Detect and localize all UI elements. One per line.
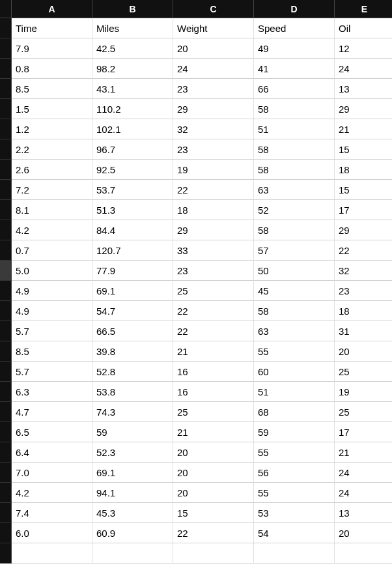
row-header[interactable] (0, 119, 12, 139)
row-header[interactable] (0, 463, 12, 483)
cell[interactable]: 39.8 (92, 341, 173, 362)
cell[interactable]: 45.3 (92, 503, 173, 523)
cell[interactable]: 94.1 (92, 483, 173, 503)
cell[interactable]: 51 (254, 119, 335, 139)
row-header[interactable] (0, 160, 12, 180)
cell[interactable]: 19 (335, 382, 392, 402)
cell[interactable]: 45 (254, 281, 335, 301)
row-header[interactable] (0, 523, 12, 543)
cell[interactable]: 6.5 (12, 422, 92, 442)
row-header[interactable] (0, 281, 12, 301)
cell[interactable]: 21 (335, 442, 392, 463)
cell[interactable]: 6.0 (12, 523, 92, 543)
cell[interactable]: 52.8 (92, 362, 173, 382)
cell-header[interactable]: Weight (173, 18, 254, 38)
cell[interactable]: 5.0 (12, 261, 92, 281)
cell[interactable]: 0.7 (12, 240, 92, 261)
row-header[interactable] (0, 402, 12, 422)
cell[interactable]: 102.1 (92, 119, 173, 139)
cell[interactable]: 15 (335, 139, 392, 160)
cell[interactable]: 23 (173, 139, 254, 160)
cell[interactable]: 16 (173, 362, 254, 382)
cell[interactable]: 24 (335, 463, 392, 483)
cell[interactable]: 2.6 (12, 160, 92, 180)
cell[interactable]: 54.7 (92, 301, 173, 321)
cell[interactable]: 21 (173, 341, 254, 362)
cell[interactable]: 60.9 (92, 523, 173, 543)
row-header[interactable] (0, 220, 12, 240)
cell[interactable]: 60 (254, 362, 335, 382)
cell[interactable]: 59 (254, 422, 335, 442)
cell[interactable]: 5.7 (12, 362, 92, 382)
cell[interactable]: 23 (335, 281, 392, 301)
cell[interactable]: 21 (173, 422, 254, 442)
cell[interactable]: 98.2 (92, 59, 173, 79)
cell[interactable]: 92.5 (92, 160, 173, 180)
cell[interactable]: 4.7 (12, 402, 92, 422)
cell[interactable]: 55 (254, 341, 335, 362)
row-header[interactable] (0, 543, 12, 564)
row-header[interactable] (0, 261, 12, 281)
cell-empty[interactable] (173, 543, 254, 564)
cell[interactable]: 52 (254, 200, 335, 220)
cell[interactable]: 21 (335, 119, 392, 139)
cell-header[interactable]: Time (12, 18, 92, 38)
cell[interactable]: 8.5 (12, 341, 92, 362)
cell[interactable]: 63 (254, 321, 335, 341)
cell[interactable]: 41 (254, 59, 335, 79)
cell[interactable]: 69.1 (92, 281, 173, 301)
cell[interactable]: 6.3 (12, 382, 92, 402)
cell[interactable]: 13 (335, 79, 392, 99)
cell[interactable]: 4.9 (12, 301, 92, 321)
cell-header[interactable]: Speed (254, 18, 335, 38)
row-header[interactable] (0, 503, 12, 523)
cell[interactable]: 110.2 (92, 99, 173, 119)
row-header[interactable] (0, 180, 12, 200)
cell[interactable]: 24 (335, 59, 392, 79)
cell-empty[interactable] (335, 543, 392, 564)
cell[interactable]: 77.9 (92, 261, 173, 281)
cell[interactable]: 53.8 (92, 382, 173, 402)
cell[interactable]: 13 (335, 503, 392, 523)
cell[interactable]: 0.8 (12, 59, 92, 79)
cell[interactable]: 16 (173, 382, 254, 402)
cell[interactable]: 55 (254, 442, 335, 463)
cell[interactable]: 22 (173, 301, 254, 321)
cell[interactable]: 7.0 (12, 463, 92, 483)
row-header[interactable] (0, 362, 12, 382)
cell[interactable]: 7.2 (12, 180, 92, 200)
cell[interactable]: 22 (173, 321, 254, 341)
cell[interactable]: 96.7 (92, 139, 173, 160)
row-header[interactable] (0, 341, 12, 362)
cell[interactable]: 4.9 (12, 281, 92, 301)
cell[interactable]: 7.9 (12, 38, 92, 59)
cell[interactable]: 2.2 (12, 139, 92, 160)
cell[interactable]: 29 (173, 99, 254, 119)
cell[interactable]: 15 (173, 503, 254, 523)
cell[interactable]: 120.7 (92, 240, 173, 261)
cell[interactable]: 20 (173, 483, 254, 503)
row-header[interactable] (0, 79, 12, 99)
cell[interactable]: 63 (254, 180, 335, 200)
cell[interactable]: 18 (335, 160, 392, 180)
cell-empty[interactable] (92, 543, 173, 564)
spreadsheet-grid[interactable]: ABCDETimeMilesWeightSpeedOil7.942.520491… (0, 0, 392, 564)
cell[interactable]: 57 (254, 240, 335, 261)
column-header-b[interactable]: B (92, 0, 173, 18)
cell[interactable]: 42.5 (92, 38, 173, 59)
cell[interactable]: 29 (335, 220, 392, 240)
row-header[interactable] (0, 422, 12, 442)
cell[interactable]: 12 (335, 38, 392, 59)
cell[interactable]: 51.3 (92, 200, 173, 220)
cell[interactable]: 33 (173, 240, 254, 261)
cell[interactable]: 58 (254, 301, 335, 321)
cell[interactable]: 32 (173, 119, 254, 139)
cell[interactable]: 53 (254, 503, 335, 523)
cell[interactable]: 32 (335, 261, 392, 281)
cell[interactable]: 50 (254, 261, 335, 281)
cell[interactable]: 8.5 (12, 79, 92, 99)
column-header-a[interactable]: A (12, 0, 92, 18)
cell[interactable]: 58 (254, 99, 335, 119)
cell[interactable]: 58 (254, 139, 335, 160)
cell[interactable]: 29 (173, 220, 254, 240)
